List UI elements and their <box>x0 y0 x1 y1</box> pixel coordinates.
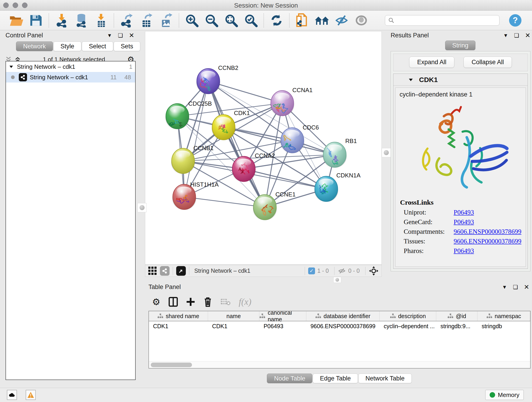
share-view-icon[interactable] <box>160 266 170 276</box>
network-node-CCNA1[interactable]: CCNA1 <box>270 87 312 116</box>
table-cell[interactable]: stringdb <box>477 321 530 331</box>
string-document-icon[interactable] <box>294 13 310 28</box>
table-cell[interactable]: stringdb:9... <box>436 321 477 331</box>
network-edge[interactable] <box>184 81 208 197</box>
column-header-name[interactable]: name <box>208 311 260 321</box>
maximize-panel-icon[interactable]: ❏ <box>118 32 123 39</box>
memory-button[interactable]: Memory <box>485 390 524 400</box>
tree-expand-icon[interactable] <box>9 64 14 69</box>
bottom-splitter-handle[interactable] <box>333 277 341 283</box>
import-network-icon[interactable] <box>53 13 70 28</box>
tab-edge-table[interactable]: Edge Table <box>313 374 358 383</box>
network-edge[interactable] <box>244 169 326 189</box>
warning-icon <box>27 392 34 398</box>
tab-select[interactable]: Select <box>82 41 113 51</box>
maximize-panel-icon[interactable]: ❏ <box>513 284 518 290</box>
column-header-canonical-name[interactable]: canonical name <box>259 311 306 321</box>
refresh-icon[interactable] <box>268 13 285 28</box>
selected-checkbox-icon[interactable]: ✓ <box>308 268 315 274</box>
zoom-out-icon[interactable] <box>203 13 220 28</box>
open-in-window-icon[interactable] <box>176 266 186 276</box>
tab-node-table[interactable]: Node Table <box>267 374 312 383</box>
warnings-button[interactable] <box>26 390 36 400</box>
crosslink-link[interactable]: 9606.ENSP00000378699 <box>454 228 521 235</box>
network-view-title: String Network – cdk1 <box>194 268 250 274</box>
column-header-database-identifier[interactable]: database identifier <box>306 311 380 321</box>
close-panel-icon[interactable]: ✕ <box>129 32 134 39</box>
network-edge[interactable] <box>184 197 265 207</box>
fit-content-icon[interactable] <box>369 266 379 276</box>
close-panel-icon[interactable]: ✕ <box>525 32 530 39</box>
table-cell[interactable]: CDK1 <box>208 321 260 331</box>
eye-icon[interactable] <box>353 13 370 28</box>
scrollbar-thumb[interactable] <box>151 363 192 367</box>
cloud-button[interactable] <box>7 390 17 400</box>
table-cell[interactable]: 9606.ENSP00000378699 <box>306 321 380 331</box>
network-node-CCNB1[interactable]: CCNB1 <box>171 145 214 174</box>
left-splitter-handle[interactable] <box>138 203 147 212</box>
open-session-icon[interactable] <box>8 13 25 28</box>
zoom-fit-icon[interactable] <box>223 13 239 28</box>
tab-sets[interactable]: Sets <box>114 41 140 51</box>
float-panel-icon[interactable]: ▼ <box>107 32 112 38</box>
cloud-icon <box>8 392 15 398</box>
houses-icon[interactable] <box>314 13 330 28</box>
float-panel-icon[interactable]: ▼ <box>502 284 507 290</box>
tab-style[interactable]: Style <box>53 41 81 51</box>
export-image-icon[interactable] <box>158 13 174 28</box>
export-table-icon[interactable] <box>138 13 155 28</box>
crosslink-link[interactable]: P06493 <box>454 247 474 255</box>
maximize-panel-icon[interactable]: ❏ <box>514 32 519 39</box>
show-columns-icon[interactable] <box>169 297 178 307</box>
column-header-@id[interactable]: @id <box>436 311 477 321</box>
close-panel-icon[interactable]: ✕ <box>524 283 529 291</box>
network-edge[interactable] <box>208 81 265 207</box>
collapse-gene-icon[interactable] <box>408 77 413 83</box>
node-table[interactable]: shared namenamecanonical namedatabase id… <box>148 311 531 369</box>
collapse-all-button[interactable]: Collapse All <box>463 57 512 68</box>
crosslink-link[interactable]: P06493 <box>454 209 474 216</box>
delete-column-icon[interactable] <box>203 297 212 307</box>
delete-table-icon[interactable] <box>220 298 230 306</box>
column-header-namespac[interactable]: namespac <box>477 311 530 321</box>
table-horizontal-scrollbar[interactable] <box>149 361 530 368</box>
tab-string[interactable]: String <box>445 41 476 50</box>
collection-count: 1 <box>129 63 133 70</box>
float-panel-icon[interactable]: ▼ <box>503 32 508 38</box>
crosslink-link[interactable]: 9606.ENSP00000378699 <box>454 237 521 245</box>
eye-slash-icon[interactable] <box>333 13 350 28</box>
add-column-icon[interactable] <box>186 297 195 306</box>
network-canvas[interactable]: CCNB2CCNA1CDC25BCDK1CDC6RB1CCNB1CCNA2CDK… <box>145 31 382 265</box>
save-session-icon[interactable] <box>28 13 44 28</box>
help-icon[interactable]: ? <box>509 14 521 27</box>
table-cell[interactable]: cyclin–dependent ... <box>380 321 437 331</box>
import-table-icon[interactable] <box>93 13 109 28</box>
grid-view-icon[interactable] <box>148 266 157 275</box>
search-input[interactable] <box>385 15 500 26</box>
zoom-selected-icon[interactable] <box>243 13 259 28</box>
network-collection-row[interactable]: String Network – cdk1 1 <box>6 61 135 72</box>
shared-column-icon <box>486 313 492 319</box>
table-cell[interactable]: P06493 <box>259 321 306 331</box>
zoom-in-icon[interactable] <box>184 13 200 28</box>
network-node-HIST1H1A[interactable]: HIST1H1A <box>172 181 219 210</box>
column-header-description[interactable]: description <box>380 311 437 321</box>
table-cell[interactable]: CDK1 <box>149 321 208 331</box>
tab-network-table[interactable]: Network Table <box>358 374 412 383</box>
expand-all-button[interactable]: Expand All <box>409 57 455 68</box>
network-row-selected[interactable]: String Network – cdk1 11 48 <box>6 72 135 83</box>
tab-network[interactable]: Network <box>16 41 53 51</box>
import-database-icon[interactable] <box>73 13 89 28</box>
table-row[interactable]: CDK1CDK1P064939606.ENSP00000378699cyclin… <box>149 321 530 331</box>
network-view-toolbar: String Network – cdk1 ✓ 1 - 0 0 - 0 <box>145 265 382 277</box>
network-node-RB1[interactable]: RB1 <box>323 138 357 168</box>
function-builder-icon[interactable]: f(x) <box>239 296 252 307</box>
column-header-shared-name[interactable]: shared name <box>149 311 208 321</box>
export-network-icon[interactable] <box>119 13 135 28</box>
crosslink-link[interactable]: P06493 <box>454 218 474 226</box>
network-node-CCNB2[interactable]: CCNB2 <box>196 64 238 94</box>
network-node-CDKN1A[interactable]: CDKN1A <box>314 172 361 202</box>
right-splitter-handle[interactable] <box>382 148 391 157</box>
table-settings-gear-icon[interactable]: ⚙ <box>152 297 160 307</box>
node-label: CDK1 <box>234 109 250 116</box>
